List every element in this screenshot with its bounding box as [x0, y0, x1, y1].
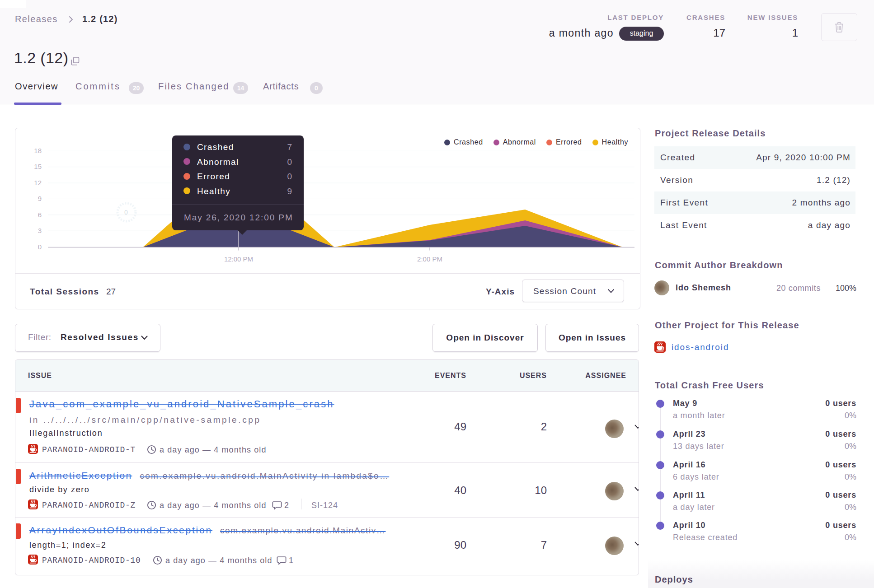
svg-text:0: 0	[124, 209, 128, 216]
